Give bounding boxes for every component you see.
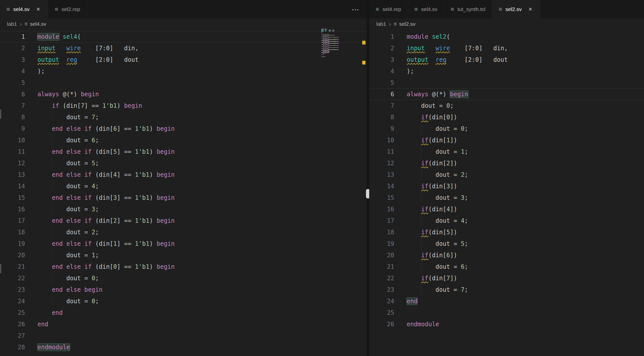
line-number[interactable]: 10 — [369, 135, 394, 146]
line-number[interactable]: 23 — [0, 284, 25, 295]
line-number[interactable]: 14 — [0, 180, 25, 192]
code-line-15[interactable]: 15 end else if (din[3] == 1'b1) begin — [0, 192, 367, 203]
tab-sel2-rep[interactable]: ≡sel2.rep — [48, 0, 87, 19]
code-line-6[interactable]: 6always @(*) begin — [369, 89, 644, 100]
line-number[interactable]: 2 — [369, 43, 394, 54]
code-line-17[interactable]: 17 end else if (din[2] == 1'b1) begin — [0, 215, 367, 226]
code-line-22[interactable]: 22 dout = 0; — [0, 272, 367, 284]
code-line-1[interactable]: 1module sel4( — [0, 31, 367, 43]
line-number[interactable]: 3 — [369, 54, 394, 66]
tab-close-button[interactable]: ✕ — [35, 6, 42, 13]
code-line-28[interactable]: 28endmodule — [0, 341, 367, 353]
code-line-23[interactable]: 23 end else begin — [0, 284, 367, 295]
line-number[interactable]: 28 — [0, 341, 25, 353]
code-line-3[interactable]: 3output reg [2:0] dout — [0, 54, 367, 66]
code-line-9[interactable]: 9 dout = 0; — [369, 123, 644, 135]
line-number[interactable]: 12 — [369, 158, 394, 169]
code-line-19[interactable]: 19 end else if (din[1] == 1'b1) begin — [0, 238, 367, 249]
tab-sel4-sv[interactable]: ≡sel4.sv — [408, 0, 444, 19]
line-number[interactable]: 23 — [369, 284, 394, 295]
code-line-3[interactable]: 3output reg [2:0] dout — [369, 54, 644, 66]
editor-split-sash[interactable] — [367, 0, 369, 356]
line-number[interactable]: 19 — [0, 238, 25, 249]
line-number[interactable]: 19 — [369, 238, 394, 249]
line-number[interactable]: 2 — [0, 43, 25, 54]
code-line-10[interactable]: 10 if(din[1]) — [369, 135, 644, 146]
code-line-12[interactable]: 12 dout = 5; — [0, 158, 367, 169]
code-line-11[interactable]: 11 end else if (din[5] == 1'b1) begin — [0, 146, 367, 158]
code-line-5[interactable]: 5 — [0, 77, 367, 89]
line-number[interactable]: 17 — [0, 215, 25, 226]
code-line-14[interactable]: 14 dout = 4; — [0, 180, 367, 192]
line-number[interactable]: 4 — [369, 66, 394, 77]
line-number[interactable]: 25 — [0, 307, 25, 318]
code-line-9[interactable]: 9 end else if (din[6] == 1'b1) begin — [0, 123, 367, 135]
breadcrumb-folder[interactable]: lab1 — [7, 21, 17, 27]
tab-tut-synth-tcl[interactable]: ≡tut_synth.tcl — [444, 0, 492, 19]
code-line-8[interactable]: 8 if(din[0]) — [369, 112, 644, 123]
line-number[interactable]: 16 — [0, 203, 25, 215]
code-line-14[interactable]: 14 if(din[3]) — [369, 180, 644, 192]
code-line-12[interactable]: 12 if(din[2]) — [369, 158, 644, 169]
line-number[interactable]: 16 — [369, 203, 394, 215]
tab-sel4-sv[interactable]: ≡sel4.sv✕ — [0, 0, 48, 19]
code-line-26[interactable]: 26end — [0, 318, 367, 330]
code-line-5[interactable]: 5 — [369, 77, 644, 89]
line-number[interactable]: 26 — [369, 318, 394, 330]
line-number[interactable]: 26 — [0, 318, 25, 330]
code-line-13[interactable]: 13 dout = 2; — [369, 169, 644, 180]
line-number[interactable]: 8 — [369, 112, 394, 123]
code-line-8[interactable]: 8 dout = 7; — [0, 112, 367, 123]
code-line-18[interactable]: 18 dout = 2; — [0, 226, 367, 238]
overview-warning-mark[interactable] — [362, 41, 366, 45]
tab-sel2-sv[interactable]: ≡sel2.sv✕ — [492, 0, 540, 19]
line-number[interactable]: 9 — [369, 123, 394, 135]
breadcrumb-folder[interactable]: lab1 — [376, 21, 386, 27]
line-number[interactable]: 13 — [369, 169, 394, 180]
tab-sel4-rep[interactable]: ≡sel4.rep — [369, 0, 408, 19]
code-line-11[interactable]: 11 dout = 1; — [369, 146, 644, 158]
code-line-4[interactable]: 4); — [0, 66, 367, 77]
code-line-23[interactable]: 23 dout = 7; — [369, 284, 644, 295]
code-line-2[interactable]: 2input wire [7:0] din, — [369, 43, 644, 54]
code-line-6[interactable]: 6always @(*) begin — [0, 89, 367, 100]
code-line-4[interactable]: 4); — [369, 66, 644, 77]
code-line-2[interactable]: 2input wire [7:0] din, — [0, 43, 367, 54]
code-line-21[interactable]: 21 end else if (din[0] == 1'b1) begin — [0, 261, 367, 272]
line-number[interactable]: 10 — [0, 135, 25, 146]
line-number[interactable]: 24 — [0, 295, 25, 307]
line-number[interactable]: 18 — [0, 226, 25, 238]
breadcrumb-file[interactable]: ≡ sel2.sv — [394, 21, 416, 27]
line-number[interactable]: 5 — [369, 77, 394, 89]
code-editor-right[interactable]: 1module sel2(2input wire [7:0] din,3outp… — [369, 30, 644, 330]
minimap[interactable] — [321, 29, 343, 61]
overview-warning-mark[interactable] — [362, 61, 366, 65]
line-number[interactable]: 1 — [369, 31, 394, 43]
code-line-25[interactable]: 25 end — [0, 307, 367, 318]
line-number[interactable]: 3 — [0, 54, 25, 66]
line-number[interactable]: 8 — [0, 112, 25, 123]
line-number[interactable]: 21 — [0, 261, 25, 272]
code-line-17[interactable]: 17 dout = 4; — [369, 215, 644, 226]
line-number[interactable]: 11 — [0, 146, 25, 158]
tab-close-button[interactable]: ✕ — [527, 6, 534, 13]
line-number[interactable]: 6 — [369, 89, 394, 100]
line-number[interactable]: 27 — [0, 330, 25, 341]
line-number[interactable]: 9 — [0, 123, 25, 135]
line-number[interactable]: 17 — [369, 215, 394, 226]
line-number[interactable]: 7 — [0, 100, 25, 112]
line-number[interactable]: 1 — [0, 31, 25, 43]
code-line-16[interactable]: 16 dout = 3; — [0, 203, 367, 215]
line-number[interactable]: 5 — [0, 77, 25, 89]
line-number[interactable]: 21 — [369, 261, 394, 272]
code-line-1[interactable]: 1module sel2( — [369, 31, 644, 43]
line-number[interactable]: 6 — [0, 89, 25, 100]
line-number[interactable]: 12 — [0, 158, 25, 169]
line-number[interactable]: 13 — [0, 169, 25, 180]
code-line-7[interactable]: 7 dout = 0; — [369, 100, 644, 112]
line-number[interactable]: 4 — [0, 66, 25, 77]
code-line-7[interactable]: 7 if (din[7] == 1'b1) begin — [0, 100, 367, 112]
line-number[interactable]: 14 — [369, 180, 394, 192]
code-editor-left[interactable]: 1module sel4(2input wire [7:0] din,3outp… — [0, 30, 367, 353]
code-line-22[interactable]: 22 if(din[7]) — [369, 272, 644, 284]
